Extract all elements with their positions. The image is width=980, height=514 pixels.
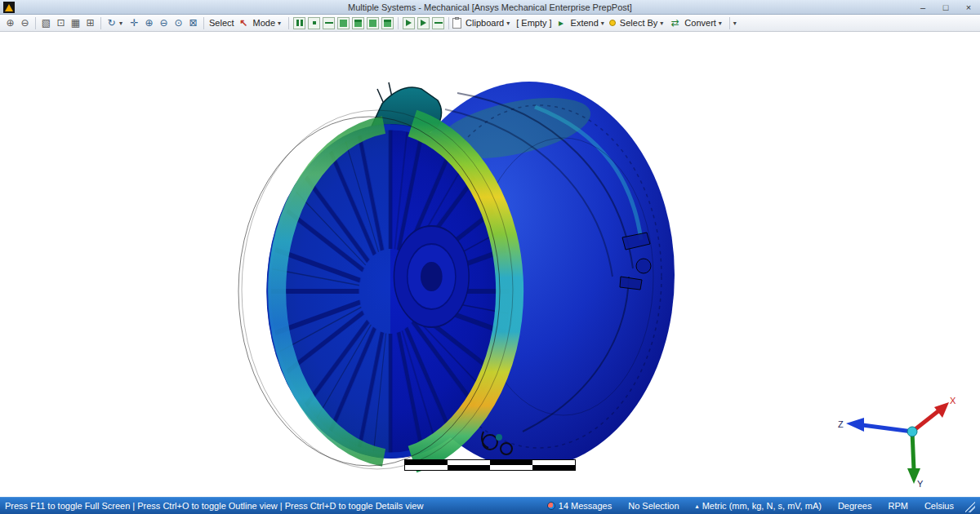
grid-glyph — [296, 20, 303, 26]
fan-hub — [394, 226, 469, 327]
angle-unit-text: Degrees — [838, 501, 872, 511]
messages-icon — [547, 502, 555, 510]
rotate-dropdown-caret-icon[interactable]: ▾ — [119, 20, 127, 27]
triad-z-label: Z — [838, 419, 844, 429]
clipboard-clip-glyph — [455, 17, 459, 20]
status-bar: Press F11 to toggle Full Screen | Press … — [0, 497, 980, 514]
ruler-cell — [448, 465, 490, 470]
toolbar-separator — [448, 17, 449, 29]
edge-filter-icon[interactable] — [323, 17, 335, 29]
extend-selection-icon[interactable] — [403, 17, 415, 29]
element-filter-icon[interactable] — [381, 17, 394, 29]
clipboard-icon[interactable] — [452, 18, 461, 29]
convert-dropdown-caret-icon[interactable]: ▾ — [719, 20, 726, 27]
zoom-in-magnifier-icon[interactable]: ⊕ — [3, 16, 17, 30]
orientation-triad[interactable]: Z X Y — [835, 392, 957, 489]
clipboard-empty-state: [ Empty ] — [514, 18, 553, 28]
extend-arrow-glyph — [406, 20, 412, 26]
select-mode-grid-icon[interactable] — [293, 17, 305, 29]
copy-view-icon[interactable]: ⊞ — [83, 16, 97, 30]
maximize-button[interactable]: □ — [934, 0, 957, 15]
minimize-button[interactable]: – — [911, 0, 934, 15]
extend-dropdown[interactable]: Extend — [569, 18, 600, 28]
clipboard-dropdown-caret-icon[interactable]: ▾ — [506, 20, 514, 27]
grow-selection-icon[interactable] — [417, 17, 430, 29]
zoom-out-magnifier-icon[interactable]: ⊖ — [18, 16, 32, 30]
node-glyph — [369, 20, 376, 27]
rotation-unit-text: RPM — [888, 501, 907, 511]
angle-unit-field[interactable]: Degrees — [830, 501, 880, 511]
rotate-tool-icon[interactable]: ↻ — [105, 16, 118, 30]
select-cursor-icon[interactable]: ↖ — [237, 16, 251, 30]
title-bar: Multiple Systems - Mechanical [Ansys Mec… — [0, 0, 980, 15]
messages-field[interactable]: 14 Messages — [539, 501, 620, 511]
zoom-fit-tool-icon[interactable]: ⊙ — [172, 16, 185, 30]
toolbar-overflow-chevron-icon[interactable]: ▾ — [733, 20, 741, 27]
select-by-icon[interactable] — [609, 20, 616, 26]
toolbar-separator — [729, 17, 730, 29]
vertex-filter-icon[interactable] — [308, 17, 320, 29]
body-filter-icon[interactable] — [352, 17, 364, 29]
shrink-selection-icon[interactable] — [432, 17, 444, 29]
toolbar-separator — [100, 17, 101, 29]
shrink-glyph — [434, 22, 443, 24]
ruler-cell — [532, 465, 575, 470]
grow-arrow-glyph — [421, 20, 426, 26]
convert-icon[interactable]: ⇄ — [668, 16, 682, 30]
temperature-unit-text: Celsius — [924, 501, 954, 511]
toolbar-separator — [35, 17, 36, 29]
close-button[interactable]: × — [957, 0, 980, 15]
box-zoom-tool-icon[interactable]: ⊠ — [186, 16, 200, 30]
window-title: Multiple Systems - Mechanical [Ansys Mec… — [0, 2, 980, 12]
triad-x-label: X — [950, 396, 956, 405]
rotation-unit-field[interactable]: RPM — [880, 501, 915, 511]
toolbar-separator — [398, 17, 399, 29]
vertex-glyph — [313, 21, 316, 24]
selection-text: No Selection — [628, 501, 679, 511]
mode-dropdown-caret-icon[interactable]: ▾ — [278, 20, 285, 27]
units-field[interactable]: ▴ Metric (mm, kg, N, s, mV, mA) — [688, 501, 830, 511]
ruler-cell — [490, 465, 532, 470]
body-glyph — [354, 20, 362, 27]
units-triangle-icon: ▴ — [696, 503, 699, 510]
mode-dropdown[interactable]: Mode — [252, 18, 278, 28]
look-at-face-icon[interactable]: ⊡ — [54, 16, 68, 30]
engine-render — [0, 32, 980, 497]
clipboard-dropdown[interactable]: Clipboard — [464, 18, 506, 28]
graphics-toolbar: ⊕ ⊖ ▧ ⊡ ▦ ⊞ ↻ ▾ ✛ ⊕ ⊖ ⊙ ⊠ Select ↖ Mode … — [0, 15, 980, 32]
select-by-dropdown-caret-icon[interactable]: ▾ — [660, 20, 667, 27]
extend-icon[interactable]: ▸ — [555, 16, 568, 30]
scale-ruler — [404, 459, 576, 471]
temperature-unit-field[interactable]: Celsius — [916, 501, 962, 511]
messages-count: 14 Messages — [559, 501, 612, 511]
statusbar-hint: Press F11 to toggle Full Screen | Press … — [5, 501, 423, 511]
ansys-logo-triangle — [5, 4, 13, 11]
wireframe-view-icon[interactable]: ▦ — [69, 16, 82, 30]
triad-origin-sphere[interactable] — [907, 427, 917, 436]
pan-tool-icon[interactable]: ✛ — [127, 16, 141, 30]
graphics-viewport[interactable]: Z X Y — [0, 32, 980, 497]
face-glyph — [340, 20, 347, 27]
select-by-dropdown[interactable]: Select By — [618, 18, 659, 28]
toolbar-separator — [288, 17, 289, 29]
ansys-logo-icon — [3, 2, 15, 13]
units-text: Metric (mm, kg, N, s, mV, mA) — [702, 501, 822, 511]
ruler-cell — [405, 465, 448, 470]
zoom-out-tool-icon[interactable]: ⊖ — [157, 16, 171, 30]
view-cube-icon[interactable]: ▧ — [39, 16, 53, 30]
resize-grip[interactable] — [965, 500, 975, 512]
zoom-tool-icon[interactable]: ⊕ — [142, 16, 156, 30]
node-filter-icon[interactable] — [367, 17, 379, 29]
triad-z-axis[interactable]: Z — [838, 418, 912, 432]
face-filter-icon[interactable] — [337, 17, 350, 29]
select-label[interactable]: Select — [207, 18, 236, 28]
extend-dropdown-caret-icon[interactable]: ▾ — [601, 20, 608, 27]
selection-field[interactable]: No Selection — [620, 501, 687, 511]
statusbar-right: 14 Messages No Selection ▴ Metric (mm, k… — [539, 500, 975, 512]
element-glyph — [384, 20, 391, 27]
triad-x-axis[interactable]: X — [912, 396, 956, 432]
convert-dropdown[interactable]: Convert — [683, 18, 718, 28]
triad-y-axis[interactable]: Y — [907, 432, 924, 489]
edge-glyph — [325, 22, 333, 24]
triad-y-label: Y — [917, 479, 924, 489]
